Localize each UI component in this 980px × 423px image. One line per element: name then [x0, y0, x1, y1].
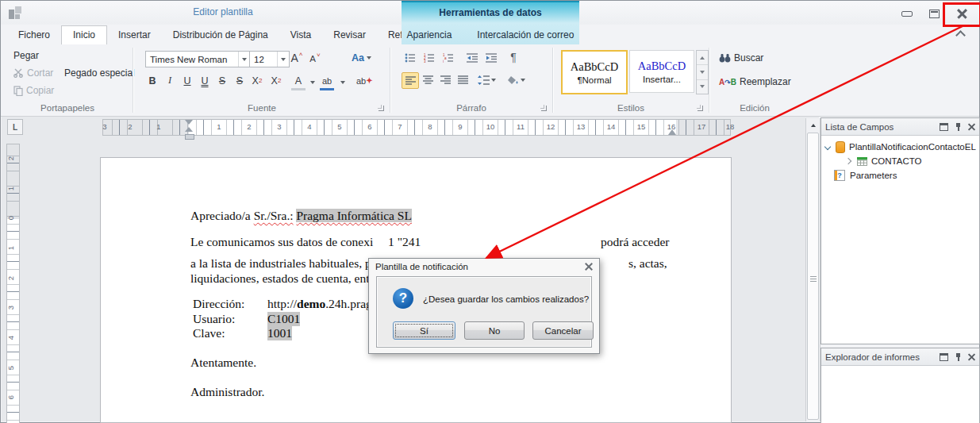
- font-dialog-launcher-icon[interactable]: [377, 104, 386, 113]
- clear-formatting-button[interactable]: ab✦: [356, 73, 373, 88]
- left-indent-marker[interactable]: [185, 134, 194, 140]
- paste-special-button[interactable]: Pegado especial: [64, 67, 135, 79]
- gallery-up-icon[interactable]: [697, 51, 708, 65]
- chevron-down-icon[interactable]: [238, 52, 250, 67]
- line-spacing-button[interactable]: [478, 72, 496, 87]
- style-insertar[interactable]: AaBbCcD Insertar...: [629, 50, 694, 93]
- doc-paragraph-line1-mid[interactable]: 1 "241: [388, 235, 421, 249]
- no-button[interactable]: No: [464, 321, 525, 340]
- strikethrough-button[interactable]: S: [215, 73, 229, 88]
- panel-close-icon[interactable]: [968, 123, 975, 130]
- yes-button[interactable]: Sí: [393, 321, 455, 340]
- gallery-more-icon[interactable]: [697, 80, 708, 94]
- italic-button[interactable]: I: [163, 73, 177, 88]
- double-strikethrough-button[interactable]: S: [233, 73, 247, 88]
- doc-paragraph-line1-end[interactable]: podrá acceder: [601, 235, 669, 249]
- doc-closing[interactable]: Atentamente.: [190, 356, 256, 370]
- styles-dialog-launcher-icon[interactable]: [696, 104, 705, 113]
- first-line-indent-marker[interactable]: [185, 120, 193, 125]
- align-center-button[interactable]: [421, 72, 435, 87]
- highlight-button[interactable]: ab: [320, 73, 334, 90]
- right-indent-marker[interactable]: [668, 129, 676, 135]
- align-left-button[interactable]: [402, 72, 419, 89]
- doc-greeting[interactable]: Apreciado/a Sr./Sra.: Pragma Informática…: [190, 209, 412, 223]
- tab-vista[interactable]: Vista: [279, 26, 322, 44]
- underline-button[interactable]: U: [180, 73, 194, 88]
- font-color-button[interactable]: A: [291, 73, 306, 90]
- increase-indent-button[interactable]: [484, 50, 498, 65]
- panel-pin-icon[interactable]: [955, 123, 962, 131]
- gallery-down-icon[interactable]: [697, 65, 708, 79]
- bold-button[interactable]: B: [145, 73, 159, 88]
- collapse-ribbon-button[interactable]: [953, 28, 967, 40]
- replace-button[interactable]: A↷B Reemplazar: [719, 76, 791, 87]
- font-family-select[interactable]: Times New Roman: [145, 51, 251, 67]
- copy-button[interactable]: Copiar: [13, 85, 54, 96]
- chevron-right-icon[interactable]: [845, 158, 851, 164]
- change-case-button[interactable]: Aa: [352, 50, 371, 65]
- tree-node-contacto[interactable]: CONTACTO: [821, 154, 979, 168]
- superscript-button[interactable]: X2: [250, 73, 264, 88]
- panel-maximize-icon[interactable]: [940, 123, 948, 131]
- doc-address-line[interactable]: Dirección:: [193, 297, 244, 311]
- vertical-ruler[interactable]: 210123456: [6, 144, 20, 423]
- chevron-down-icon[interactable]: [277, 52, 289, 67]
- shading-button[interactable]: [508, 72, 525, 87]
- show-marks-button[interactable]: ¶: [506, 49, 521, 64]
- tab-revisar[interactable]: Revisar: [322, 26, 377, 44]
- grow-font-button[interactable]: A˄: [290, 50, 304, 65]
- bullet-list-button[interactable]: [403, 50, 417, 65]
- horizontal-ruler[interactable]: 321123456789101112131415161718: [102, 119, 731, 136]
- styles-gallery-scrollbar[interactable]: [696, 50, 709, 94]
- maximize-button[interactable]: [923, 6, 945, 21]
- decrease-indent-button[interactable]: [465, 50, 479, 65]
- multilevel-list-button[interactable]: 1ai: [441, 50, 455, 65]
- doc-key-line[interactable]: Clave:: [193, 326, 225, 340]
- minimize-button[interactable]: [896, 6, 918, 21]
- panel-pin-icon[interactable]: [955, 353, 962, 361]
- style-normal[interactable]: AaBbCcD ¶Normal: [561, 50, 628, 94]
- font-size-select[interactable]: 12: [249, 51, 290, 67]
- cut-button[interactable]: Cortar: [13, 67, 53, 79]
- doc-user-line[interactable]: Usuario:: [193, 312, 235, 326]
- scroll-up-button[interactable]: [806, 118, 820, 132]
- tab-inicio[interactable]: Inicio: [61, 25, 107, 45]
- tree-node-datasource[interactable]: PlantillaNotificacionContactoEL: [821, 140, 979, 154]
- document-scrollbar[interactable]: [805, 118, 821, 421]
- doc-user-value[interactable]: C1001: [267, 312, 300, 326]
- shrink-font-button[interactable]: A˅: [308, 51, 322, 66]
- subscript-button[interactable]: X2: [269, 73, 283, 88]
- doc-paragraph-line3[interactable]: liquidaciones, estados de cuenta, ent: [190, 271, 370, 286]
- report-explorer-header[interactable]: Explorador de informes: [821, 348, 979, 366]
- paste-button[interactable]: Pegar: [13, 50, 39, 61]
- tab-stop-selector[interactable]: L: [7, 119, 23, 135]
- field-list-header[interactable]: Lista de Campos: [821, 118, 979, 136]
- tree-node-parameters[interactable]: ? Parameters: [821, 168, 979, 183]
- cancel-button[interactable]: Cancelar: [532, 321, 594, 340]
- chevron-down-icon[interactable]: [824, 144, 831, 150]
- paragraph-dialog-launcher-icon[interactable]: [540, 104, 548, 113]
- chevron-down-icon[interactable]: [336, 75, 350, 90]
- doc-signature[interactable]: Administrador.: [190, 385, 264, 399]
- justify-button[interactable]: [455, 72, 470, 87]
- doc-paragraph-line1[interactable]: Le comunicamos sus datos de conexi: [190, 235, 373, 249]
- double-underline-button[interactable]: U: [198, 73, 212, 88]
- panel-close-icon[interactable]: [968, 353, 975, 360]
- align-right-button[interactable]: [438, 72, 452, 87]
- panel-maximize-icon[interactable]: [940, 353, 948, 361]
- dialog-title-bar[interactable]: Plantilla de notificación: [369, 259, 599, 275]
- tab-fichero[interactable]: Fichero: [7, 26, 61, 44]
- hanging-indent-marker[interactable]: [185, 127, 193, 132]
- doc-paragraph-line2[interactable]: a la lista de industriales habituales, p: [190, 256, 371, 271]
- doc-address-value[interactable]: http://demo.24h.prag: [267, 297, 372, 311]
- tab-insertar[interactable]: Insertar: [107, 26, 162, 44]
- tab-apariencia[interactable]: Apariencia: [398, 29, 462, 40]
- doc-key-value[interactable]: 1001: [267, 326, 292, 340]
- numbered-list-button[interactable]: 123: [422, 50, 436, 65]
- tab-intercalacion[interactable]: Intercalación de correo: [467, 29, 583, 40]
- find-button[interactable]: Buscar: [719, 52, 763, 63]
- chevron-down-icon[interactable]: [306, 75, 320, 90]
- scrollbar-thumb[interactable]: [807, 133, 819, 420]
- dialog-close-icon[interactable]: [585, 263, 593, 271]
- tab-distribucion[interactable]: Distribución de Página: [162, 26, 279, 44]
